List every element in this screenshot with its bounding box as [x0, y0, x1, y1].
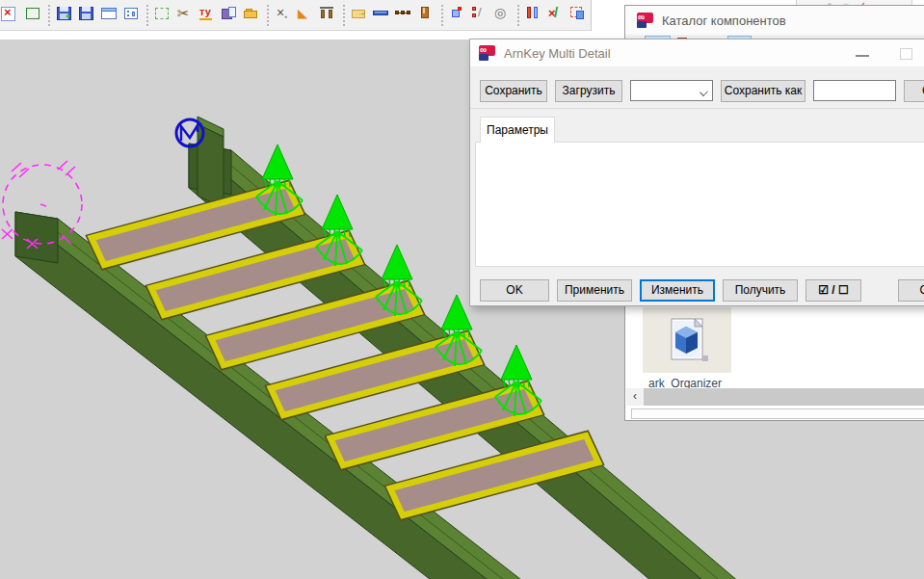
toggle-all-checkboxes-button[interactable]: ☑ / ☐: [805, 279, 861, 302]
get-button[interactable]: Получить: [723, 279, 798, 302]
preset-name-input[interactable]: [813, 80, 896, 101]
preset-combobox[interactable]: [630, 80, 713, 101]
arnkey-logo-icon: ∞: [479, 45, 495, 61]
toolbar-separator: [267, 5, 274, 26]
toolbar-separator: [146, 5, 153, 26]
angle-icon[interactable]: ◣: [296, 4, 318, 27]
ok-button[interactable]: OK: [480, 279, 549, 302]
dashed-blue-icon[interactable]: [568, 4, 591, 27]
parameters-pane: [475, 142, 924, 267]
main-toolbar: ×●✂ту×●◣→/◎×/: [0, 0, 592, 31]
help-button[interactable]: Спр: [904, 80, 924, 102]
toolbar-separator: [517, 5, 524, 26]
marquee-icon[interactable]: [153, 4, 175, 27]
apply-button[interactable]: Применить: [557, 279, 632, 302]
catalog-title-bar[interactable]: ∞ Каталог компонентов: [625, 6, 924, 35]
minimize-icon[interactable]: [856, 55, 869, 57]
dots-slash-icon[interactable]: /: [470, 4, 492, 27]
catalog-title: Каталог компонентов: [662, 13, 786, 28]
scroll-left-arrow-icon[interactable]: ‹: [626, 388, 644, 406]
dialog-title-bar[interactable]: ∞ ArnKey Multi Detail: [470, 39, 924, 66]
square-reddot-icon[interactable]: [448, 4, 470, 27]
folder-export-icon[interactable]: →: [350, 4, 372, 27]
fence-icon[interactable]: [318, 4, 340, 27]
pointer-x-icon[interactable]: ×●: [274, 4, 296, 27]
save-icon[interactable]: ●: [55, 4, 77, 27]
doors-icon[interactable]: [524, 4, 546, 27]
modify-button[interactable]: Изменить: [640, 279, 715, 302]
window-icon[interactable]: [99, 4, 121, 27]
chevron-down-icon: [700, 88, 708, 96]
save-button[interactable]: Сохранить: [480, 80, 547, 102]
arnkey-multi-detail-dialog: ∞ ArnKey Multi Detail Сохранить Загрузит…: [469, 39, 924, 306]
toolbar-separator: [48, 5, 55, 26]
catalog-item-tile[interactable]: [643, 307, 731, 373]
circle-dot-icon[interactable]: ◎: [492, 4, 515, 27]
catalog-status-bar: [631, 408, 924, 419]
copy-style-icon[interactable]: ту: [198, 4, 220, 27]
toolbar-separator: [343, 5, 350, 26]
tab-parameters[interactable]: Параметры: [480, 117, 555, 143]
arnkey-logo-icon: ∞: [637, 13, 653, 28]
save-as-button[interactable]: Сохранить как: [721, 80, 805, 102]
save-as-icon[interactable]: [77, 4, 99, 27]
left-beam-end-cap: [15, 212, 58, 263]
maximize-icon[interactable]: [900, 48, 912, 60]
x-green-line-icon[interactable]: ×/: [546, 4, 568, 27]
toolbar-separator: [441, 5, 448, 26]
separator-line: [470, 108, 924, 109]
cut-icon[interactable]: ✂: [175, 4, 198, 27]
new-frame-icon[interactable]: [23, 4, 45, 27]
cancel-button[interactable]: От: [898, 279, 924, 302]
paste-icon[interactable]: [220, 4, 242, 27]
dialog-icon[interactable]: [121, 4, 144, 27]
folder-open-icon[interactable]: [242, 4, 264, 27]
hbar-icon[interactable]: [372, 4, 394, 27]
load-button[interactable]: Загрузить: [555, 80, 622, 102]
bolts-icon[interactable]: [394, 4, 416, 27]
component-file-icon: [643, 307, 731, 373]
plumb-icon[interactable]: [416, 4, 438, 27]
delete-icon[interactable]: ×: [1, 4, 23, 27]
catalog-hscrollbar[interactable]: ‹: [626, 388, 924, 406]
dialog-title: ArnKey Multi Detail: [504, 46, 611, 61]
app-window: ×●✂ту×●◣→/◎×/ ◆■✓ ∞ Каталог компонентов: [0, 0, 924, 579]
